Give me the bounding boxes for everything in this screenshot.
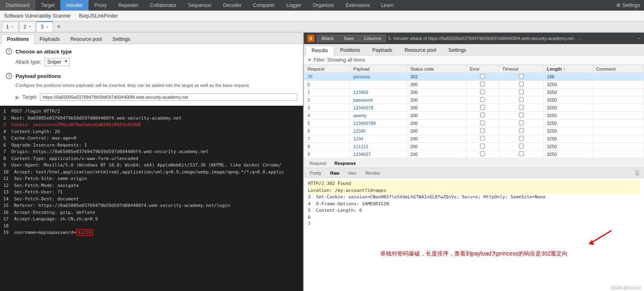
cell-error[interactable]	[466, 73, 499, 81]
cell-timeout[interactable]	[499, 120, 543, 127]
nav-proxy[interactable]: Proxy	[89, 0, 113, 11]
attack-type-select[interactable]: Sniper ▼	[44, 58, 70, 66]
cell-timeout[interactable]	[499, 104, 543, 112]
table-row[interactable]: 6 12345 200 3250	[304, 127, 644, 135]
cell-timeout[interactable]	[499, 89, 543, 96]
target-input[interactable]	[40, 93, 297, 101]
table-row[interactable]: 3 12345678 200 3250	[304, 104, 644, 112]
plugin-svg-scanner[interactable]: Software Vulnerability Scanner	[2, 12, 73, 20]
resp-tab-raw[interactable]: Raw	[326, 170, 344, 176]
cell-error[interactable]	[466, 89, 499, 96]
right-tab-results[interactable]: Results	[305, 46, 334, 56]
right-tab-settings[interactable]: Settings	[442, 45, 472, 55]
nav-repeater[interactable]: Repeater	[113, 0, 144, 11]
table-row[interactable]: 9 1234567 200 3250	[304, 151, 644, 158]
cell-error[interactable]	[466, 104, 499, 112]
req-line-16: 16 Accept-Encoding: gzip, deflate	[3, 209, 300, 216]
nav-logger[interactable]: Logger	[281, 0, 307, 11]
req-line-9: 9 User-Agent: Mozilla/5.0 (Windows NT 10…	[3, 162, 300, 169]
cell-error[interactable]	[466, 112, 499, 120]
right-tab-payloads[interactable]: Payloads	[366, 45, 398, 55]
cell-timeout[interactable]	[499, 127, 543, 135]
table-row[interactable]: 0 200 3250	[304, 81, 644, 89]
resp-section-response[interactable]: Response	[330, 160, 360, 167]
cell-timeout[interactable]	[499, 135, 543, 143]
cell-error[interactable]	[466, 135, 499, 143]
resp-tab-pretty[interactable]: Pretty	[305, 170, 325, 176]
cell-timeout[interactable]	[499, 112, 543, 120]
request-editor[interactable]: 1 POST /login HTTP/2 2 Host: 0a65005e037…	[0, 106, 303, 291]
cell-error[interactable]	[466, 151, 499, 158]
req-line-19: 19 username=apps&password=$123$	[3, 229, 300, 236]
cell-timeout[interactable]	[499, 73, 543, 81]
filter-text[interactable]: Filter: Showing all items	[314, 57, 365, 63]
table-row[interactable]: 4 qwerty 200 3250	[304, 112, 644, 120]
minimize-button[interactable]: −	[637, 35, 641, 42]
nav-extensions[interactable]: Extensions	[340, 0, 376, 11]
cell-error[interactable]	[466, 127, 499, 135]
attack-button[interactable]: Attack	[317, 35, 339, 42]
tab-2-close[interactable]: ×	[29, 24, 31, 29]
table-row[interactable]: 7 1234 200 3250	[304, 135, 644, 143]
right-tab-positions[interactable]: Positions	[334, 45, 366, 55]
nav-comparer[interactable]: Comparer	[247, 0, 280, 11]
col-length[interactable]: Length ↑	[544, 65, 593, 73]
col-request[interactable]: Request	[304, 65, 350, 73]
filter-icon: ▼	[307, 57, 312, 63]
col-comment[interactable]: Comment	[593, 65, 644, 73]
col-payload[interactable]: Payload	[350, 65, 407, 73]
resp-section-request[interactable]: Request	[305, 160, 330, 167]
col-timeout[interactable]: Timeout	[499, 65, 543, 73]
cell-payload	[350, 81, 407, 89]
cell-timeout[interactable]	[499, 151, 543, 158]
left-tab-resource-pool[interactable]: Resource pool	[65, 34, 107, 44]
cell-error[interactable]	[466, 81, 499, 89]
left-tab-positions[interactable]: Positions	[2, 34, 34, 44]
col-status-code[interactable]: Status code	[407, 65, 467, 73]
nav-decoder[interactable]: Decoder	[217, 0, 247, 11]
cell-timeout[interactable]	[499, 143, 543, 151]
resp-tab-render[interactable]: Render	[361, 170, 384, 176]
nav-target[interactable]: Target	[35, 0, 60, 11]
tab-1[interactable]: 1 ×	[2, 21, 18, 32]
cell-timeout[interactable]	[499, 81, 543, 89]
table-row[interactable]: 1 123456 200 3250	[304, 89, 644, 96]
cell-timeout[interactable]	[499, 96, 543, 104]
col-error[interactable]: Error	[466, 65, 499, 73]
req-line-18: 18	[3, 223, 300, 230]
cell-status: 200	[407, 96, 467, 104]
cell-error[interactable]	[466, 96, 499, 104]
columns-button[interactable]: Columns	[359, 35, 386, 42]
nav-intruder[interactable]: Intruder	[60, 0, 89, 11]
nav-organizer[interactable]: Organizer	[307, 0, 340, 11]
table-row[interactable]: 5 123456789 200 3250	[304, 120, 644, 127]
left-tab-settings[interactable]: Settings	[107, 34, 135, 44]
add-tab-button[interactable]: +	[54, 23, 64, 30]
tab-3-close[interactable]: ×	[46, 25, 49, 29]
cell-payload: 123456	[350, 89, 407, 96]
resp-tab-hex[interactable]: Hex	[344, 170, 361, 176]
req-line-6: 6 Upgrade-Insecure-Requests: 1	[3, 142, 300, 149]
filter-bar: ▼ Filter: Showing all items	[304, 56, 644, 65]
tab-3-label: 3	[41, 24, 44, 30]
left-tab-payloads[interactable]: Payloads	[34, 34, 65, 44]
table-row[interactable]: 2 password 200 3250	[304, 96, 644, 104]
plugin-burpjslinkfinder[interactable]: BurpJSLinkFinder	[77, 12, 120, 20]
nav-collaborator[interactable]: Collaborator	[144, 0, 182, 11]
resp-options-icon[interactable]: ☰	[632, 170, 642, 176]
cell-error[interactable]	[466, 143, 499, 151]
save-button[interactable]: Save	[339, 35, 359, 42]
tab-1-close[interactable]: ×	[11, 24, 14, 29]
table-row[interactable]: 75 princess 302 186	[304, 73, 644, 81]
nav-sequencer[interactable]: Sequencer	[182, 0, 217, 11]
tab-3[interactable]: 3 ×	[36, 21, 53, 32]
tab-2[interactable]: 2 ×	[19, 21, 36, 32]
cell-request: 0	[304, 81, 350, 89]
table-row[interactable]: 8 111111 200 3250	[304, 143, 644, 151]
nav-learn[interactable]: Learn	[375, 0, 399, 11]
cell-error[interactable]	[466, 120, 499, 127]
cell-comment	[593, 151, 644, 158]
nav-settings[interactable]: ⚙ Settings	[612, 2, 644, 8]
nav-dashboard[interactable]: Dashboard	[0, 0, 35, 11]
right-tab-resource-pool[interactable]: Resource pool	[398, 45, 442, 55]
